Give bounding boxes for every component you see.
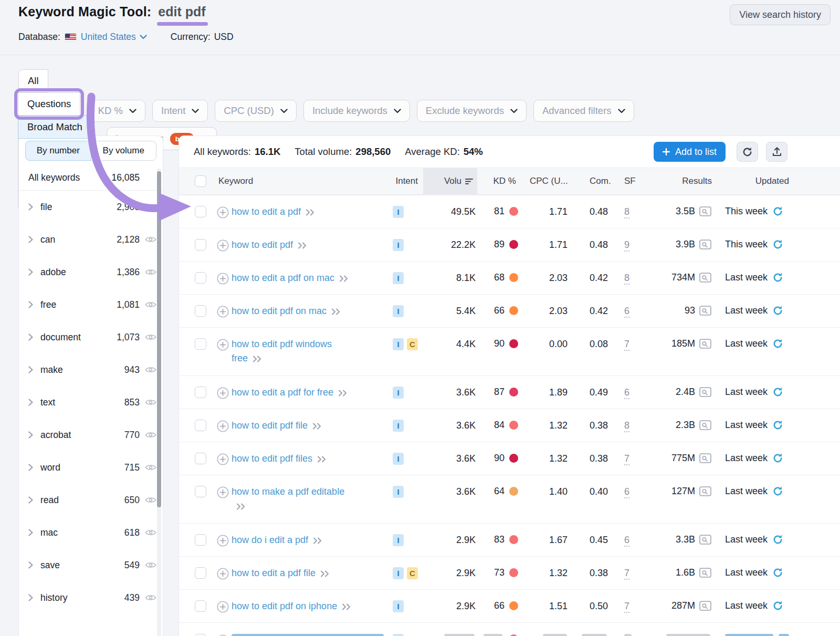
serp-features-link[interactable]: 6 <box>624 387 629 399</box>
refresh-metrics-icon[interactable] <box>772 239 783 250</box>
serp-preview-icon[interactable] <box>699 486 711 496</box>
add-keyword-icon[interactable] <box>217 486 229 498</box>
add-keyword-icon[interactable] <box>217 453 229 465</box>
column-intent[interactable]: Intent <box>386 168 418 194</box>
serp-preview-icon[interactable] <box>699 306 711 316</box>
tab-broad-match[interactable]: Broad Match <box>18 116 92 139</box>
all-keywords-row[interactable]: All keywords 16,085 <box>19 165 163 191</box>
refresh-metrics-icon[interactable] <box>772 305 783 316</box>
sidebar-group-adobe[interactable]: adobe 1,386 <box>19 256 163 288</box>
serp-preview-icon[interactable] <box>699 601 711 611</box>
sidebar-group-file[interactable]: file 2,908 <box>19 191 163 223</box>
sidebar-group-free[interactable]: free 1,081 <box>19 288 163 321</box>
serp-preview-icon[interactable] <box>699 453 711 463</box>
serp-features-link[interactable]: 6 <box>624 535 629 547</box>
tab-all[interactable]: All <box>18 69 48 92</box>
keyword-link[interactable]: how do i edit a pdf <box>232 533 323 547</box>
eye-icon[interactable] <box>145 300 156 309</box>
keyword-link[interactable]: how to edit a pdf <box>232 205 316 219</box>
expand-keyword-icon[interactable] <box>342 603 352 610</box>
serp-features-link[interactable]: 7 <box>624 339 629 351</box>
column-results[interactable]: Results <box>649 168 712 194</box>
sidebar-scrollbar-thumb[interactable] <box>157 171 161 507</box>
sidebar-group-mac[interactable]: mac 618 <box>19 516 163 549</box>
expand-keyword-icon[interactable] <box>338 390 348 397</box>
serp-features-link[interactable]: 8 <box>624 273 629 285</box>
serp-features-link[interactable]: 8 <box>624 206 629 218</box>
keyword-link[interactable]: how to edit pdf file <box>232 419 322 433</box>
expand-keyword-icon[interactable] <box>298 242 308 249</box>
add-to-list-button[interactable]: Add to list <box>654 142 726 162</box>
sidebar-group-can[interactable]: can 2,128 <box>19 223 163 256</box>
add-keyword-icon[interactable] <box>217 535 229 547</box>
sidebar-group-text[interactable]: text 853 <box>19 386 163 419</box>
eye-icon[interactable] <box>145 463 156 472</box>
row-checkbox[interactable] <box>195 534 206 546</box>
serp-preview-icon[interactable] <box>699 568 711 578</box>
refresh-metrics-icon[interactable] <box>772 420 783 431</box>
refresh-metrics-icon[interactable] <box>772 206 783 217</box>
expand-keyword-icon[interactable] <box>331 308 341 315</box>
serp-preview-icon[interactable] <box>699 273 711 283</box>
refresh-table-button[interactable] <box>737 142 758 162</box>
expand-keyword-icon[interactable] <box>253 356 262 362</box>
sidebar-group-make[interactable]: make 943 <box>19 353 163 386</box>
keyword-link[interactable]: how to edit pdf windowsfree <box>232 337 332 366</box>
serp-features-link[interactable]: 7 <box>624 453 629 465</box>
refresh-metrics-icon[interactable] <box>772 272 783 283</box>
expand-keyword-icon[interactable] <box>320 570 330 577</box>
refresh-metrics-icon[interactable] <box>772 387 783 398</box>
expand-keyword-icon[interactable] <box>312 423 322 430</box>
add-keyword-icon[interactable] <box>217 420 229 432</box>
eye-icon[interactable] <box>145 366 156 374</box>
add-keyword-icon[interactable] <box>217 339 229 351</box>
add-keyword-icon[interactable] <box>217 306 229 318</box>
refresh-metrics-icon[interactable] <box>772 567 783 578</box>
sidebar-group-save[interactable]: save 549 <box>19 549 163 581</box>
sidebar-group-history[interactable]: history 439 <box>19 581 163 614</box>
filter-advanced-filters[interactable]: Advanced filters <box>533 100 634 122</box>
column-updated[interactable]: Updated <box>725 168 789 194</box>
database-select[interactable]: United States <box>81 32 147 43</box>
row-checkbox[interactable] <box>195 453 206 464</box>
row-checkbox[interactable] <box>195 206 206 217</box>
eye-icon[interactable] <box>145 431 156 439</box>
select-all-checkbox[interactable] <box>195 175 206 187</box>
row-checkbox[interactable] <box>195 486 206 497</box>
sidebar-group-document[interactable]: document 1,073 <box>19 321 163 353</box>
serp-preview-icon[interactable] <box>699 206 711 216</box>
column-sf[interactable]: SF <box>624 168 636 194</box>
expand-keyword-icon[interactable] <box>236 503 246 510</box>
add-keyword-icon[interactable] <box>217 601 229 613</box>
sidebar-group-read[interactable]: read 650 <box>19 484 163 516</box>
row-checkbox[interactable] <box>195 272 206 284</box>
filter-intent[interactable]: Intent <box>152 100 208 122</box>
eye-icon[interactable] <box>145 496 156 504</box>
refresh-metrics-icon[interactable] <box>772 338 783 349</box>
eye-icon[interactable] <box>145 203 156 211</box>
column-com[interactable]: Com. <box>590 168 611 194</box>
refresh-metrics-icon[interactable] <box>772 486 783 497</box>
column-keyword[interactable]: Keyword <box>218 168 253 194</box>
row-checkbox[interactable] <box>195 420 206 431</box>
add-keyword-icon[interactable] <box>217 568 229 580</box>
keyword-link[interactable]: how to edit a pdf on mac <box>232 271 349 285</box>
serp-features-link[interactable]: 9 <box>624 239 629 252</box>
sidebar-group-acrobat[interactable]: acrobat 770 <box>19 419 163 451</box>
row-checkbox[interactable] <box>195 305 206 317</box>
refresh-metrics-icon[interactable] <box>772 453 783 464</box>
refresh-metrics-icon[interactable] <box>772 534 783 545</box>
row-checkbox[interactable] <box>195 387 206 398</box>
row-checkbox[interactable] <box>195 239 206 251</box>
sidebar-sort-by-number[interactable]: By number <box>25 141 91 161</box>
column-cpc[interactable]: CPC (U... <box>530 168 568 194</box>
expand-keyword-icon[interactable] <box>306 209 316 216</box>
filter-exclude-keywords[interactable]: Exclude keywords <box>417 100 527 122</box>
eye-icon[interactable] <box>145 561 156 569</box>
expand-keyword-icon[interactable] <box>313 537 323 544</box>
row-checkbox[interactable] <box>195 338 206 350</box>
serp-features-link[interactable]: 8 <box>624 420 629 432</box>
row-checkbox[interactable] <box>195 600 206 612</box>
expand-keyword-icon[interactable] <box>339 275 349 282</box>
eye-icon[interactable] <box>145 398 156 406</box>
